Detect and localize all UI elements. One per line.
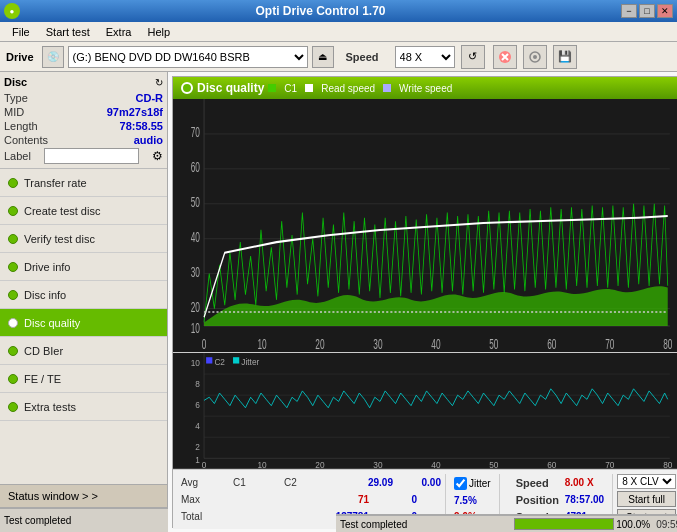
status-window-label: Status window > > xyxy=(8,490,98,502)
label-input[interactable] xyxy=(44,148,139,164)
svg-text:30: 30 xyxy=(373,460,383,469)
svg-text:60: 60 xyxy=(547,336,556,351)
svg-text:6: 6 xyxy=(195,400,200,410)
svg-text:1: 1 xyxy=(195,455,200,465)
svg-text:0: 0 xyxy=(202,460,207,469)
svg-text:80: 80 xyxy=(663,336,672,351)
refresh-button[interactable]: ↺ xyxy=(461,45,485,69)
nav-cd-bier[interactable]: CD BIer xyxy=(0,337,167,365)
settings-button[interactable] xyxy=(523,45,547,69)
svg-text:10: 10 xyxy=(191,358,201,368)
nav-label: Create test disc xyxy=(24,205,100,217)
disc-refresh-button[interactable]: ↻ xyxy=(155,77,163,88)
c1-col-header: C1 xyxy=(217,477,262,488)
nav-create-test-disc[interactable]: Create test disc xyxy=(0,197,167,225)
save-button[interactable]: 💾 xyxy=(553,45,577,69)
close-button[interactable]: ✕ xyxy=(657,4,673,18)
gear-icon[interactable]: ⚙ xyxy=(152,149,163,163)
svg-text:10: 10 xyxy=(191,321,200,336)
lower-chart-svg: 10 8 6 4 2 1 10% 8% 6% 4% 2% 0 xyxy=(173,353,677,469)
nav-indicator xyxy=(8,374,18,384)
menu-extra[interactable]: Extra xyxy=(98,24,140,40)
clv-select[interactable]: 8 X CLV xyxy=(617,474,676,489)
write-speed-legend-color xyxy=(383,84,391,92)
app-time: 09:59 xyxy=(656,519,677,530)
svg-rect-65 xyxy=(206,357,212,363)
nav-drive-info[interactable]: Drive info xyxy=(0,253,167,281)
svg-text:60: 60 xyxy=(547,460,557,469)
svg-text:40: 40 xyxy=(191,230,200,245)
menu-help[interactable]: Help xyxy=(139,24,178,40)
svg-text:20: 20 xyxy=(191,300,200,315)
svg-text:10: 10 xyxy=(257,460,267,469)
length-value: 78:58.55 xyxy=(120,120,163,132)
lower-chart: 10 8 6 4 2 1 10% 8% 6% 4% 2% 0 xyxy=(173,353,677,469)
nav-indicator xyxy=(8,346,18,356)
main-layout: Disc ↻ Type CD-R MID 97m27s18f Length 78… xyxy=(0,72,677,532)
type-value: CD-R xyxy=(136,92,164,104)
svg-text:40: 40 xyxy=(431,336,440,351)
eject-button[interactable]: ⏏ xyxy=(312,46,334,68)
svg-text:20: 20 xyxy=(315,336,324,351)
contents-value: audio xyxy=(134,134,163,146)
c1-legend-label: C1 xyxy=(284,83,297,94)
chart-header: Disc quality C1 Read speed Write speed xyxy=(173,77,677,99)
sidebar-wrapper: Disc ↻ Type CD-R MID 97m27s18f Length 78… xyxy=(0,72,168,532)
minimize-button[interactable]: − xyxy=(621,4,637,18)
nav-indicator xyxy=(8,234,18,244)
drive-select[interactable]: (G:) BENQ DVD DD DW1640 BSRB xyxy=(68,46,308,68)
nav-indicator xyxy=(8,290,18,300)
upper-chart: 70 60 50 40 30 20 10 56 X 48 X 40 X 32 X… xyxy=(173,99,677,353)
menu-file[interactable]: File xyxy=(4,24,38,40)
contents-label: Contents xyxy=(4,134,48,146)
stats-column-labels: Avg C1 C2 Max Total xyxy=(173,470,321,529)
nav-transfer-rate[interactable]: Transfer rate xyxy=(0,169,167,197)
nav-extra-tests[interactable]: Extra tests xyxy=(0,393,167,421)
menu-start-test[interactable]: Start test xyxy=(38,24,98,40)
speed-stat-value: 8.00 X xyxy=(565,477,594,488)
charts-container: 70 60 50 40 30 20 10 56 X 48 X 40 X 32 X… xyxy=(173,99,677,469)
nav-fe-te[interactable]: FE / TE xyxy=(0,365,167,393)
svg-text:70: 70 xyxy=(605,336,614,351)
read-speed-legend-color xyxy=(305,84,313,92)
clear-button[interactable] xyxy=(493,45,517,69)
svg-text:2: 2 xyxy=(195,442,200,452)
label-label: Label xyxy=(4,150,31,162)
max-label: Max xyxy=(181,494,211,505)
nav-disc-quality[interactable]: Disc quality xyxy=(0,309,167,337)
nav-indicator xyxy=(8,178,18,188)
svg-text:10: 10 xyxy=(257,336,266,351)
svg-text:50: 50 xyxy=(191,195,200,210)
svg-text:20: 20 xyxy=(315,460,325,469)
nav-indicator xyxy=(8,402,18,412)
nav-disc-info[interactable]: Disc info xyxy=(0,281,167,309)
restore-button[interactable]: □ xyxy=(639,4,655,18)
sidebar-status-bar: Test completed xyxy=(0,508,168,532)
drive-bar: Drive 💿 (G:) BENQ DVD DD DW1640 BSRB ⏏ S… xyxy=(0,42,677,72)
nav-label: FE / TE xyxy=(24,373,61,385)
avg-c1-value: 29.09 xyxy=(349,477,393,488)
svg-text:30: 30 xyxy=(191,265,200,280)
chart-panel: Disc quality C1 Read speed Write speed xyxy=(172,76,677,528)
nav-items: Transfer rate Create test disc Verify te… xyxy=(0,169,167,484)
avg-c2-value: 0.00 xyxy=(397,477,441,488)
nav-indicator xyxy=(8,262,18,272)
c2-col-header: C2 xyxy=(268,477,313,488)
svg-point-2 xyxy=(533,55,537,59)
speed-select[interactable]: 48 X xyxy=(395,46,455,68)
nav-label: Drive info xyxy=(24,261,70,273)
svg-text:0: 0 xyxy=(202,336,207,351)
svg-text:80: 80 xyxy=(663,460,673,469)
nav-label: Disc info xyxy=(24,289,66,301)
jitter-checkbox[interactable] xyxy=(454,477,467,490)
status-window-button[interactable]: Status window > > xyxy=(0,484,167,508)
position-label: Position xyxy=(516,494,561,506)
svg-text:60: 60 xyxy=(191,160,200,175)
mid-label: MID xyxy=(4,106,24,118)
speed-label: Speed xyxy=(346,51,391,63)
app-status-text: Test completed xyxy=(340,519,514,530)
start-full-button[interactable]: Start full xyxy=(617,491,676,507)
length-label: Length xyxy=(4,120,38,132)
nav-verify-test-disc[interactable]: Verify test disc xyxy=(0,225,167,253)
svg-text:8: 8 xyxy=(195,379,200,389)
